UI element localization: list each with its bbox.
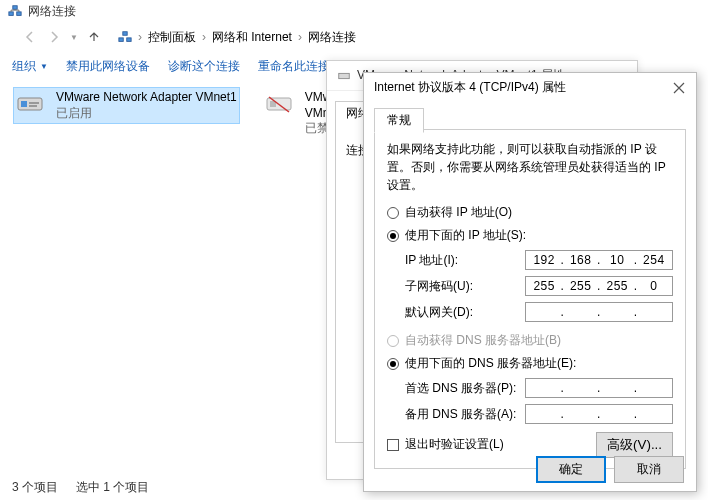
subnet-mask-label: 子网掩码(U):	[405, 278, 525, 295]
svg-rect-1	[17, 12, 21, 16]
ipv4-properties-dialog: Internet 协议版本 4 (TCP/IPv4) 属性 常规 如果网络支持此…	[363, 72, 697, 492]
window-title-bar: 网络连接	[0, 0, 708, 22]
svg-rect-13	[339, 73, 350, 78]
tab-general[interactable]: 常规	[374, 108, 424, 133]
ip-address-input[interactable]: 192.168.10.254	[525, 250, 673, 270]
dns2-input[interactable]: ...	[525, 404, 673, 424]
adapter-status: 已启用	[56, 106, 237, 122]
status-bar: 3 个项目 选中 1 个项目	[12, 479, 149, 496]
chevron-right-icon: ›	[298, 30, 302, 44]
adapter-icon	[265, 92, 297, 118]
breadcrumb-item[interactable]: 控制面板	[148, 29, 196, 46]
breadcrumb-bar: ▼ › 控制面板 › 网络和 Internet › 网络连接	[10, 24, 698, 50]
adapter-name: VMware Network Adapter VMnet1	[56, 90, 237, 106]
checkbox-icon	[387, 439, 399, 451]
selection-count: 选中 1 个项目	[76, 479, 149, 496]
gateway-label: 默认网关(D):	[405, 304, 525, 321]
nav-back-button[interactable]	[20, 27, 40, 47]
breadcrumb-item[interactable]: 网络和 Internet	[212, 29, 292, 46]
radio-auto-dns: 自动获得 DNS 服务器地址(B)	[387, 332, 673, 349]
cancel-button[interactable]: 取消	[614, 456, 684, 483]
svg-rect-7	[21, 101, 27, 107]
close-icon[interactable]	[672, 81, 686, 95]
adapter-item[interactable]: VMware Network Adapter VMnet1 已启用	[14, 88, 239, 123]
toolbar-diagnose[interactable]: 诊断这个连接	[168, 58, 240, 75]
item-count: 3 个项目	[12, 479, 58, 496]
toolbar-disable[interactable]: 禁用此网络设备	[66, 58, 150, 75]
svg-rect-2	[13, 6, 17, 10]
radio-icon	[387, 230, 399, 242]
organize-menu[interactable]: 组织	[12, 58, 36, 75]
breadcrumb-icon	[118, 30, 132, 44]
description-text: 如果网络支持此功能，则可以获取自动指派的 IP 设置。否则，你需要从网络系统管理…	[387, 140, 673, 194]
nav-up-button[interactable]	[84, 27, 104, 47]
adapter-icon	[16, 92, 48, 118]
svg-rect-0	[9, 12, 13, 16]
svg-rect-5	[123, 32, 127, 36]
radio-icon	[387, 207, 399, 219]
dropdown-icon: ▼	[40, 62, 48, 71]
window-title: 网络连接	[28, 3, 76, 20]
svg-rect-3	[119, 38, 123, 42]
radio-auto-ip[interactable]: 自动获得 IP 地址(O)	[387, 204, 673, 221]
nav-recent-dropdown[interactable]: ▼	[70, 33, 78, 42]
chevron-right-icon: ›	[138, 30, 142, 44]
adapter-small-icon	[337, 69, 351, 83]
radio-icon	[387, 335, 399, 347]
advanced-button[interactable]: 高级(V)...	[596, 432, 673, 458]
radio-icon	[387, 358, 399, 370]
ip-address-label: IP 地址(I):	[405, 252, 525, 269]
chevron-right-icon: ›	[202, 30, 206, 44]
subnet-mask-input[interactable]: 255.255.255.0	[525, 276, 673, 296]
breadcrumb-item[interactable]: 网络连接	[308, 29, 356, 46]
dialog-title: Internet 协议版本 4 (TCP/IPv4) 属性	[374, 79, 566, 96]
radio-manual-ip[interactable]: 使用下面的 IP 地址(S):	[387, 227, 673, 244]
dns1-label: 首选 DNS 服务器(P):	[405, 380, 525, 397]
radio-manual-dns[interactable]: 使用下面的 DNS 服务器地址(E):	[387, 355, 673, 372]
dns2-label: 备用 DNS 服务器(A):	[405, 406, 525, 423]
svg-rect-8	[29, 102, 39, 104]
toolbar-rename[interactable]: 重命名此连接	[258, 58, 330, 75]
ok-button[interactable]: 确定	[536, 456, 606, 483]
svg-rect-4	[127, 38, 131, 42]
dns1-input[interactable]: ...	[525, 378, 673, 398]
network-icon	[8, 4, 22, 18]
nav-forward-button[interactable]	[44, 27, 64, 47]
svg-rect-9	[29, 105, 37, 107]
gateway-input[interactable]: ...	[525, 302, 673, 322]
